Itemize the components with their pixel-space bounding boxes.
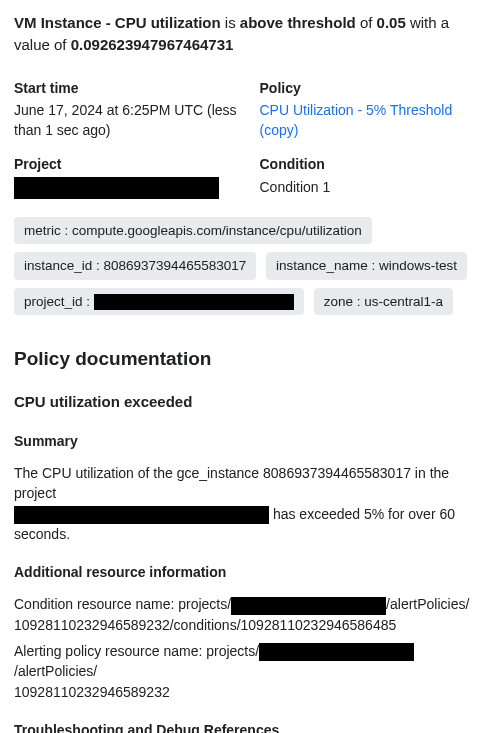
label-chips: metric : compute.googleapis.com/instance…: [14, 213, 487, 320]
alerting-policy-resource-name: Alerting policy resource name: projects/…: [14, 641, 487, 702]
project-redacted: [14, 177, 219, 199]
chip-project-id: project_id :: [14, 288, 304, 316]
condition-label: Condition: [260, 154, 488, 174]
chip-metric: metric : compute.googleapis.com/instance…: [14, 217, 372, 245]
policy-link[interactable]: CPU Utilization - 5% Threshold (copy): [260, 102, 453, 138]
headline-threshold: 0.05: [377, 14, 406, 31]
policy-documentation-heading: Policy documentation: [14, 345, 487, 373]
chip-instance-id: instance_id : 8086937394465583017: [14, 252, 256, 280]
headline-state: above threshold: [240, 14, 356, 31]
summary-text: The CPU utilization of the gce_instance …: [14, 463, 487, 544]
project-label: Project: [14, 154, 242, 174]
doc-subheading: CPU utilization exceeded: [14, 391, 487, 413]
condition-resource-name: Condition resource name: projects//alert…: [14, 594, 487, 635]
summary-heading: Summary: [14, 431, 487, 451]
additional-resource-heading: Additional resource information: [14, 562, 487, 582]
cond-project-redacted: [231, 597, 386, 615]
condition-value: Condition 1: [260, 177, 488, 197]
chip-project-id-redacted: [94, 294, 294, 310]
headline-value: 0.092623947967464731: [71, 36, 234, 53]
policy-label: Policy: [260, 78, 488, 98]
start-time-label: Start time: [14, 78, 242, 98]
alert-headline: VM Instance - CPU utilization is above t…: [14, 12, 487, 56]
row-start-policy: Start time June 17, 2024 at 6:25PM UTC (…: [14, 78, 487, 141]
chip-zone: zone : us-central1-a: [314, 288, 453, 316]
troubleshooting-heading: Troubleshooting and Debug References: [14, 720, 487, 733]
alert-project-redacted: [259, 643, 414, 661]
chip-instance-name: instance_name : windows-test: [266, 252, 467, 280]
start-time-value: June 17, 2024 at 6:25PM UTC (less than 1…: [14, 100, 242, 141]
row-project-condition: Project Condition Condition 1: [14, 154, 487, 198]
headline-resource: VM Instance - CPU utilization: [14, 14, 221, 31]
summary-project-redacted: [14, 506, 269, 524]
